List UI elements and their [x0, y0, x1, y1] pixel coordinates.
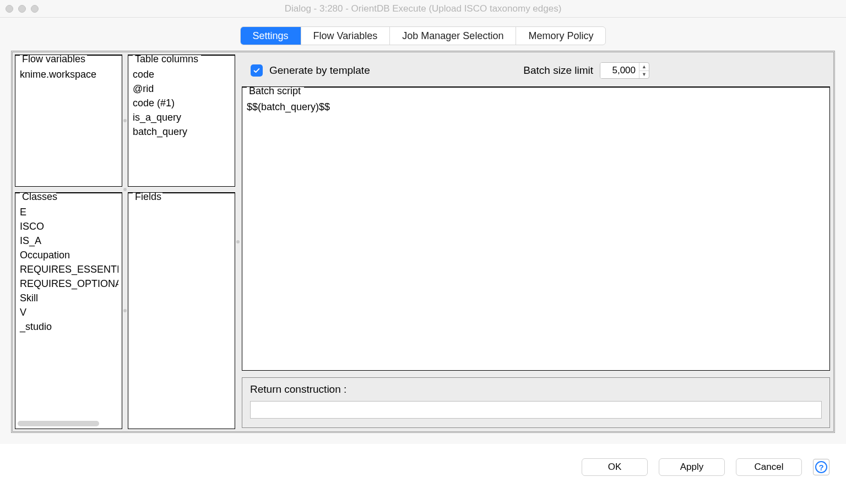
flow-variables-list[interactable]: knime.workspace: [19, 67, 118, 183]
settings-top-row: Generate by template Batch size limit ▲ …: [241, 55, 831, 84]
list-item[interactable]: V: [19, 305, 118, 319]
list-item[interactable]: REQUIRES_OPTIONAL: [19, 277, 118, 291]
cancel-button[interactable]: Cancel: [736, 458, 802, 476]
list-item[interactable]: code (#1): [132, 96, 231, 110]
stepper-down-icon[interactable]: ▼: [639, 71, 649, 79]
zoom-window-icon[interactable]: [31, 5, 39, 13]
flow-variables-panel: Flow variables knime.workspace: [15, 55, 122, 187]
fields-title: Fields: [133, 192, 164, 202]
return-construction-panel: Return construction :: [242, 377, 830, 428]
batch-script-title: Batch script: [247, 86, 303, 96]
tab-flow-variables[interactable]: Flow Variables: [301, 27, 391, 45]
list-item[interactable]: Occupation: [19, 248, 118, 262]
ok-button[interactable]: OK: [582, 458, 648, 476]
flow-variables-title: Flow variables: [20, 55, 88, 64]
batch-script-textarea[interactable]: $$(batch_query)$$: [246, 99, 826, 115]
minimize-window-icon[interactable]: [18, 5, 26, 13]
list-item[interactable]: REQUIRES_ESSENTIAL: [19, 262, 118, 277]
fields-panel: Fields: [128, 192, 235, 429]
list-item[interactable]: E: [19, 205, 118, 219]
tab-job-manager-selection[interactable]: Job Manager Selection: [390, 27, 516, 45]
horizontal-scrollbar[interactable]: [18, 421, 120, 426]
close-window-icon[interactable]: [6, 5, 13, 13]
batch-size-limit-input[interactable]: [600, 63, 639, 78]
generate-by-template-checkbox[interactable]: [251, 64, 263, 77]
titlebar: Dialog - 3:280 - OrientDB Execute (Uploa…: [0, 0, 846, 18]
splitter-handle[interactable]: [122, 55, 128, 187]
generate-by-template-label: Generate by template: [269, 64, 370, 77]
window-title: Dialog - 3:280 - OrientDB Execute (Uploa…: [0, 3, 846, 14]
apply-button[interactable]: Apply: [659, 458, 725, 476]
classes-list[interactable]: E ISCO IS_A Occupation REQUIRES_ESSENTIA…: [19, 205, 118, 425]
content-panel: Flow variables knime.workspace Table col…: [11, 51, 835, 433]
traffic-lights: [6, 5, 39, 13]
help-button[interactable]: ?: [813, 459, 829, 475]
splitter-handle[interactable]: [122, 192, 128, 429]
classes-title: Classes: [20, 192, 59, 202]
stepper-up-icon[interactable]: ▲: [639, 63, 649, 71]
fields-list[interactable]: [132, 205, 231, 425]
list-item[interactable]: batch_query: [132, 124, 231, 139]
tab-memory-policy[interactable]: Memory Policy: [516, 27, 605, 45]
splitter-handle[interactable]: [15, 187, 235, 192]
list-item[interactable]: is_a_query: [132, 110, 231, 124]
return-construction-input[interactable]: [250, 401, 822, 419]
batch-size-limit-label: Batch size limit: [523, 64, 593, 77]
dialog-footer: OK Apply Cancel ?: [0, 444, 846, 487]
table-columns-title: Table columns: [133, 55, 200, 64]
dialog-window: Dialog - 3:280 - OrientDB Execute (Uploa…: [0, 0, 846, 487]
list-item[interactable]: code: [132, 67, 231, 82]
batch-size-limit-spinner[interactable]: ▲ ▼: [600, 62, 649, 79]
return-construction-label: Return construction :: [250, 383, 822, 395]
classes-panel: Classes E ISCO IS_A Occupation REQUIRES_…: [15, 192, 122, 429]
list-item[interactable]: knime.workspace: [19, 67, 118, 82]
check-icon: [253, 67, 261, 74]
tab-bar: Settings Flow Variables Job Manager Sele…: [0, 18, 846, 51]
list-item[interactable]: _studio: [19, 319, 118, 334]
list-item[interactable]: ISCO: [19, 219, 118, 234]
tab-settings[interactable]: Settings: [241, 27, 301, 45]
help-icon: ?: [815, 461, 827, 473]
table-columns-panel: Table columns code @rid code (#1) is_a_q…: [128, 55, 235, 187]
list-item[interactable]: @rid: [132, 82, 231, 96]
list-item[interactable]: IS_A: [19, 234, 118, 248]
table-columns-list[interactable]: code @rid code (#1) is_a_query batch_que…: [132, 67, 231, 183]
list-item[interactable]: Skill: [19, 291, 118, 305]
tab-strip: Settings Flow Variables Job Manager Sele…: [240, 26, 606, 45]
batch-script-panel: Batch script $$(batch_query)$$: [242, 86, 830, 371]
splitter-handle[interactable]: [235, 55, 241, 429]
scrollbar-thumb[interactable]: [18, 421, 99, 426]
